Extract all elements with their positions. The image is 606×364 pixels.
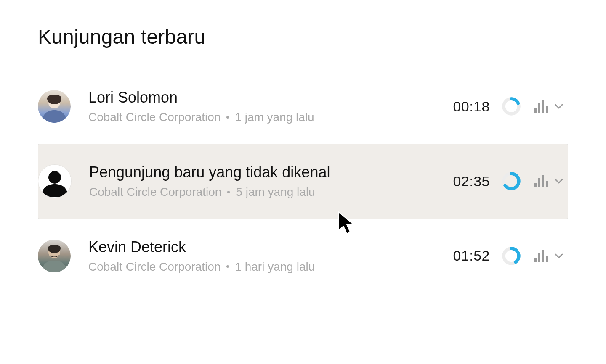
avatar-photo-icon: [38, 90, 71, 123]
stats-dropdown[interactable]: [533, 98, 566, 115]
svg-rect-3: [534, 108, 537, 113]
separator-dot-icon: [227, 191, 230, 193]
list-item[interactable]: Kevin Deterick Cobalt Circle Corporation…: [38, 219, 568, 294]
visitor-name: Kevin Deterick: [88, 237, 444, 256]
avatar: [38, 90, 71, 123]
progress-donut-icon: [502, 97, 521, 116]
svg-rect-6: [546, 106, 548, 113]
visitor-company: Cobalt Circle Corporation: [88, 109, 221, 125]
avatar: [38, 240, 71, 272]
visitor-subtitle: Cobalt Circle Corporation 5 jam yang lal…: [89, 184, 444, 200]
bar-chart-icon: [534, 100, 550, 113]
visitor-subtitle: Cobalt Circle Corporation 1 jam yang lal…: [88, 109, 444, 125]
visitor-subtitle: Cobalt Circle Corporation 1 hari yang la…: [88, 259, 444, 275]
anonymous-user-icon: [38, 165, 71, 198]
visitor-ago: 1 hari yang lalu: [235, 259, 315, 275]
visitor-name: Pengunjung baru yang tidak dikenal: [89, 163, 444, 182]
svg-rect-11: [534, 183, 537, 187]
separator-dot-icon: [226, 116, 229, 119]
visitor-company: Cobalt Circle Corporation: [89, 184, 221, 200]
svg-rect-4: [538, 103, 540, 113]
progress-donut-icon: [502, 171, 521, 191]
bar-chart-icon: [534, 175, 550, 187]
page-title: Kunjungan terbaru: [38, 25, 568, 48]
svg-point-8: [48, 171, 61, 184]
chevron-down-icon: [554, 176, 564, 186]
svg-rect-20: [542, 250, 544, 262]
svg-rect-19: [538, 253, 540, 262]
stats-dropdown[interactable]: [533, 172, 566, 190]
chevron-down-icon: [554, 251, 564, 261]
recent-visits-list: Lori Solomon Cobalt Circle Corporation 1…: [38, 69, 568, 293]
svg-rect-18: [534, 258, 537, 262]
svg-rect-21: [546, 256, 548, 262]
svg-rect-5: [542, 100, 544, 113]
visitor-name: Lori Solomon: [88, 88, 444, 107]
visit-duration: 01:52: [453, 248, 490, 264]
svg-rect-14: [546, 181, 548, 187]
visit-duration: 00:18: [453, 98, 490, 115]
svg-rect-13: [542, 175, 544, 187]
bar-chart-icon: [534, 250, 550, 262]
list-item[interactable]: Pengunjung baru yang tidak dikenal Cobal…: [38, 144, 568, 219]
visitor-ago: 1 jam yang lalu: [235, 109, 314, 125]
progress-donut-icon: [502, 246, 521, 266]
svg-rect-12: [538, 178, 540, 187]
avatar-photo-icon: [38, 240, 71, 272]
visit-duration: 02:35: [453, 173, 490, 190]
stats-dropdown[interactable]: [533, 247, 566, 265]
list-item[interactable]: Lori Solomon Cobalt Circle Corporation 1…: [38, 69, 568, 144]
visitor-ago: 5 jam yang lalu: [236, 184, 315, 200]
avatar: [38, 164, 72, 198]
separator-dot-icon: [226, 265, 229, 268]
visitor-company: Cobalt Circle Corporation: [88, 259, 221, 275]
chevron-down-icon: [554, 101, 564, 111]
